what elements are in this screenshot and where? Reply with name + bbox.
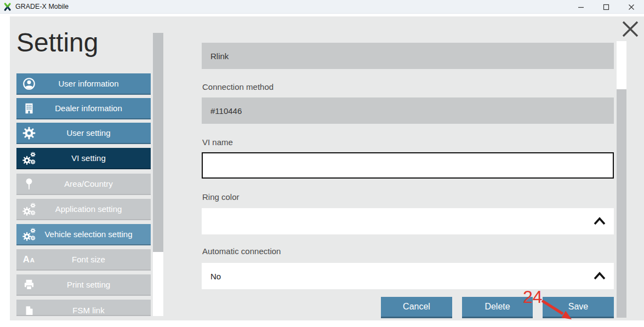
document-icon [22, 305, 36, 316]
annotation-step-number: 24 [523, 287, 543, 307]
close-window-button[interactable] [619, 0, 644, 14]
ring-color-dropdown[interactable] [202, 208, 614, 234]
sidebar-item-vehicle-selection-setting[interactable]: Vehicle selection setting [16, 224, 151, 245]
close-icon [628, 4, 635, 10]
gears-icon [22, 202, 36, 216]
sidebar-item-dealer-information[interactable]: Dealer information [16, 98, 151, 119]
sidebar-item-print-setting[interactable]: Print setting [16, 274, 151, 296]
vi-model-field: Rlink [202, 43, 614, 69]
maximize-button[interactable] [594, 0, 619, 14]
pin-icon [22, 177, 36, 191]
chevron-up-icon [593, 270, 606, 282]
sidebar-scrollbar-thumb[interactable] [153, 33, 163, 252]
gear-icon [22, 126, 36, 140]
sidebar-item-fsm-link[interactable]: FSM link [16, 300, 151, 316]
building-icon [22, 101, 36, 116]
cancel-button[interactable]: Cancel [381, 297, 452, 318]
sidebar-item-font-size[interactable]: Font size [16, 249, 151, 271]
automatic-connection-dropdown[interactable]: No [202, 263, 614, 289]
annotation-arrow-icon [540, 300, 579, 325]
vi-name-input[interactable] [202, 152, 614, 179]
sidebar-item-user-setting[interactable]: User setting [16, 123, 151, 144]
settings-page-title: Setting [16, 27, 98, 58]
vi-name-label: VI name [202, 137, 233, 147]
gears-icon [22, 227, 36, 242]
automatic-connection-label: Automatic connection [202, 246, 281, 256]
dialog-close-icon[interactable] [621, 20, 640, 38]
maximize-icon [603, 4, 609, 10]
connection-method-field: #110446 [202, 97, 614, 124]
minimize-button[interactable] [568, 0, 594, 14]
gears-icon [22, 151, 36, 165]
sidebar-item-user-information[interactable]: User information [16, 73, 151, 95]
connection-method-label: Connection method [202, 82, 273, 91]
content-scrollbar[interactable] [617, 41, 626, 318]
font-size-icon [22, 253, 36, 267]
content-scrollbar-thumb[interactable] [617, 41, 626, 89]
sidebar-item-vi-setting[interactable]: VI setting [16, 148, 151, 169]
sidebar-item-application-setting[interactable]: Application setting [16, 199, 151, 220]
settings-dialog: Setting User information Dealer informat… [10, 16, 644, 320]
ring-color-label: Ring color [202, 192, 240, 202]
delete-button[interactable]: Delete [462, 297, 533, 318]
user-icon [22, 77, 36, 91]
window-title: GRADE-X Mobile [15, 3, 69, 10]
chevron-up-icon [593, 215, 606, 227]
printer-icon [22, 278, 36, 292]
app-logo-icon [3, 2, 12, 12]
sidebar-scrollbar[interactable] [153, 33, 163, 316]
sidebar-item-area-country[interactable]: Area/Country [16, 174, 151, 195]
minimize-icon [578, 4, 584, 10]
window-titlebar: GRADE-X Mobile [0, 0, 644, 14]
